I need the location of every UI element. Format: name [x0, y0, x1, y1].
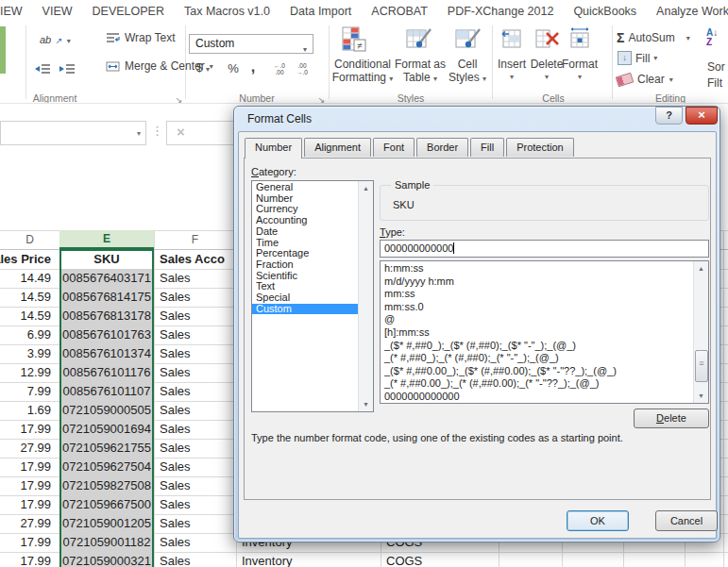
ribbon-tab-pdf-xchange-2012[interactable]: PDF-XChange 2012 [448, 5, 554, 18]
cell-sku[interactable]: 0721059000505 [60, 401, 153, 420]
cell[interactable]: COGS [382, 552, 498, 567]
cell[interactable]: 17.99 [0, 458, 56, 476]
wrap-text-button[interactable]: Wrap Text [106, 31, 176, 44]
delete-cells-button[interactable] [534, 27, 559, 54]
orientation-button[interactable]: ab ↗ ▾ [40, 30, 71, 47]
category-scrollbar[interactable]: ▲ ▼ [358, 181, 373, 411]
format-code-item[interactable]: m/d/yyyy h:mm [381, 275, 693, 289]
decrease-indent-button[interactable] [34, 62, 51, 79]
column-header-f[interactable]: F [154, 230, 236, 249]
cell[interactable]: Sales [156, 344, 235, 363]
format-code-item[interactable]: _($* #,##0.00_);_($* (#,##0.00);_($* "-"… [381, 365, 693, 378]
cell-sku[interactable]: 0085676813178 [60, 307, 153, 325]
column-header-e[interactable]: E [59, 230, 154, 249]
cell[interactable]: 17.99 [0, 552, 56, 567]
cell[interactable]: 17.99 [0, 476, 56, 495]
column-header-d[interactable]: D [0, 230, 59, 249]
type-input[interactable]: 000000000000 [380, 240, 709, 258]
accounting-format-button[interactable]: $ ▾ [192, 61, 214, 75]
cell[interactable]: Sales [156, 363, 235, 382]
cell[interactable]: Sales [156, 269, 235, 288]
format-label[interactable]: Format ▾ [559, 58, 601, 84]
cell[interactable]: 17.99 [0, 495, 56, 514]
format-code-item[interactable]: [h]:mm:ss [381, 326, 693, 340]
dialog-tab-alignment[interactable]: Alignment [304, 138, 371, 157]
category-item-fraction[interactable]: Fraction [252, 259, 359, 271]
format-code-item[interactable]: _($* #,##0_);_($* (#,##0);_($* "-"_);_(@… [381, 340, 693, 353]
ribbon-tab-iew[interactable]: IEW [0, 5, 23, 18]
category-listbox[interactable]: GeneralNumberCurrencyAccountingDateTimeP… [251, 180, 374, 412]
delete-format-button[interactable]: Delete [634, 409, 709, 428]
insert-label[interactable]: Insert ▾ [493, 58, 531, 84]
cell[interactable]: Sales [156, 401, 235, 420]
scroll-down-icon[interactable]: ▼ [694, 389, 708, 403]
alignment-dialog-launcher[interactable]: ↘ [173, 94, 185, 107]
cell-sku[interactable]: 0721059001694 [60, 420, 153, 439]
cell[interactable]: Inventory [238, 552, 380, 567]
format-as-table-button[interactable] [406, 26, 432, 57]
cell-styles-button[interactable] [455, 26, 482, 57]
cell[interactable]: Sales Price [0, 249, 56, 269]
cell[interactable]: Sales [156, 382, 235, 401]
cell-sku[interactable]: 0085676814175 [60, 288, 153, 307]
cell[interactable]: Sales [156, 325, 235, 344]
format-code-item[interactable]: mm:ss.0 [381, 301, 693, 314]
decrease-decimal-button[interactable]: .00→.0 [293, 62, 312, 75]
cell-sku[interactable]: 0085676101763 [60, 325, 153, 344]
cell[interactable]: Sales Acco [156, 249, 235, 269]
percent-style-button[interactable]: % [225, 61, 242, 75]
category-item-date[interactable]: Date [252, 226, 359, 238]
dialog-tab-font[interactable]: Font [373, 138, 415, 157]
scrollbar-thumb[interactable] [695, 350, 708, 382]
cell-sku[interactable]: 0721059000321 [60, 552, 153, 567]
format-as-table-label[interactable]: Format as Table ▾ [391, 58, 449, 86]
cell[interactable]: 17.99 [0, 533, 56, 552]
cell[interactable]: 14.59 [0, 307, 56, 325]
format-code-item[interactable]: @ [381, 313, 693, 326]
format-code-item[interactable]: _(* #,##0_);_(* (#,##0);_(* "-"_);_(@_) [381, 352, 693, 365]
cell-sku[interactable]: 0721059001182 [60, 533, 153, 552]
number-format-combobox[interactable]: Custom ▾ [189, 34, 313, 54]
cell[interactable]: 17.99 [0, 420, 56, 439]
ok-button[interactable]: OK [567, 510, 629, 531]
dialog-close-button[interactable]: × [686, 107, 718, 125]
category-item-custom[interactable]: Custom [252, 304, 359, 315]
conditional-formatting-button[interactable]: ≠ [342, 26, 366, 57]
cell[interactable]: 12.99 [0, 363, 56, 382]
category-item-special[interactable]: Special [252, 292, 359, 304]
dialog-tab-border[interactable]: Border [416, 138, 468, 157]
format-code-item[interactable]: _(* #,##0.00_);_(* (#,##0.00);_(* "-"??_… [381, 377, 693, 391]
cell-sku[interactable]: 0085676101176 [60, 363, 153, 382]
insert-cells-button[interactable] [500, 27, 523, 54]
cell[interactable]: 27.99 [0, 439, 56, 458]
ribbon-tab-tax-macros-v1-0[interactable]: Tax Macros v1.0 [184, 5, 270, 18]
scroll-up-icon[interactable]: ▲ [694, 261, 708, 275]
scroll-up-icon[interactable]: ▲ [359, 181, 373, 195]
cell[interactable]: Sales [156, 420, 235, 439]
dialog-tab-protection[interactable]: Protection [506, 138, 574, 157]
cell[interactable]: Sales [156, 495, 235, 514]
category-item-general[interactable]: General [252, 182, 359, 193]
cell[interactable]: 1.69 [0, 401, 56, 420]
cell-sku[interactable]: 0721059667500 [60, 495, 153, 514]
format-code-listbox[interactable]: h:mm:ssm/d/yyyy h:mmmm:ssmm:ss.0@[h]:mm:… [380, 260, 709, 404]
dialog-help-button[interactable]: ? [655, 107, 683, 125]
cell-sku[interactable]: 0085676403171 [60, 269, 153, 288]
cell[interactable]: 14.49 [0, 269, 56, 288]
ribbon-tab-analyze-workbook[interactable]: Analyze Workbook [656, 5, 728, 18]
cell-sku[interactable]: 0085676101107 [60, 382, 153, 401]
ribbon-tab-quickbooks[interactable]: QuickBooks [573, 5, 636, 18]
cell-sku[interactable]: 0721059001205 [60, 514, 153, 533]
comma-style-button[interactable]: , [247, 58, 259, 75]
format-code-item[interactable]: 0000000000000 [381, 391, 693, 403]
autosum-button[interactable]: Σ AutoSum ▾ [617, 30, 690, 45]
ribbon-tab-data-import[interactable]: Data Import [290, 5, 351, 18]
format-cells-button[interactable] [568, 27, 591, 54]
name-box[interactable]: ▾ [0, 121, 146, 145]
cell-sku[interactable]: 0721059827508 [60, 476, 153, 495]
cancel-button[interactable]: Cancel [655, 510, 718, 531]
cell[interactable]: Sales [156, 307, 235, 325]
ribbon-tab-developer[interactable]: DEVELOPER [93, 5, 164, 18]
cell[interactable]: Sales [156, 476, 235, 495]
ribbon-tab-view[interactable]: VIEW [42, 5, 73, 18]
